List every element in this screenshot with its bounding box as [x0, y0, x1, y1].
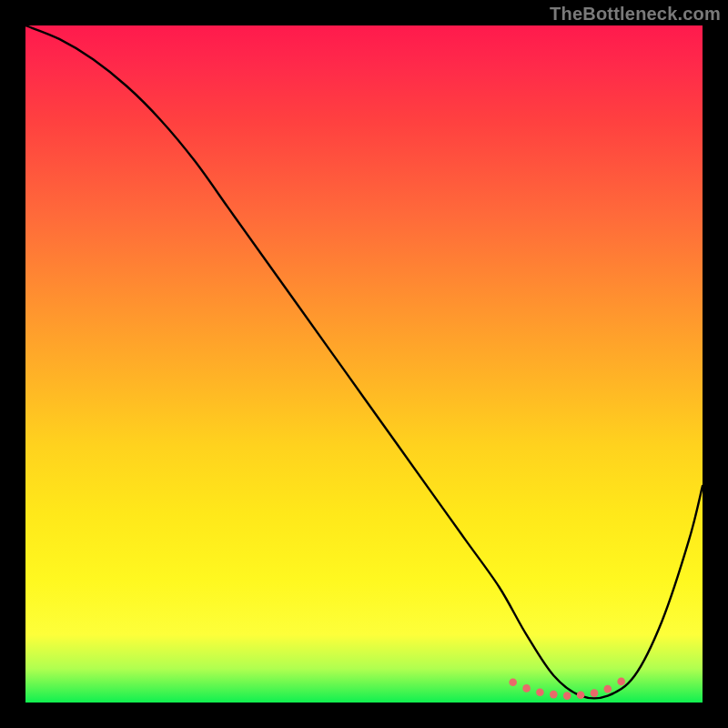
chart-svg — [25, 25, 703, 703]
trough-marker — [591, 689, 599, 697]
trough-marker — [509, 678, 517, 686]
plot-area — [25, 25, 703, 703]
trough-marker — [550, 691, 558, 699]
watermark-text: TheBottleneck.com — [550, 4, 721, 25]
trough-marker — [563, 692, 571, 700]
trough-marker — [604, 685, 612, 693]
bottleneck-curve — [25, 25, 703, 698]
trough-marker — [577, 692, 585, 700]
trough-marker — [522, 684, 531, 693]
trough-marker — [536, 689, 544, 697]
trough-marker — [617, 678, 625, 686]
chart-frame: TheBottleneck.com — [0, 0, 728, 728]
